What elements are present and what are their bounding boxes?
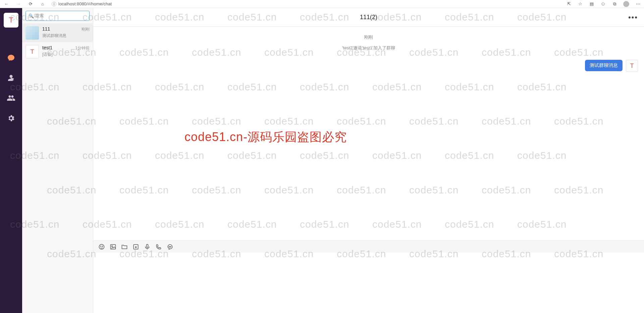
chat-time-divider: 刚刚: [99, 34, 638, 40]
search-icon: 🔍: [29, 13, 34, 18]
sidebar-avatar[interactable]: T: [4, 13, 18, 28]
browser-toolbar: ← → ⟳ ⌂ i localhost:8080/#/home/chat ⇱ ☆…: [0, 0, 644, 8]
conversation-item[interactable]: 111 刚刚 测试群聊消息: [22, 24, 93, 42]
conversation-time: 刚刚: [82, 27, 90, 32]
conversation-time: 1分钟前: [75, 45, 90, 51]
sidebar-avatar-letter: T: [9, 16, 13, 25]
back-button[interactable]: ←: [3, 1, 9, 6]
svg-point-9: [171, 247, 171, 247]
svg-point-8: [170, 247, 170, 247]
svg-rect-6: [147, 244, 148, 247]
search-input[interactable]: 🔍 搜索: [25, 11, 90, 21]
chat-pane: 111(2) ••• 刚刚 'test2'邀请'test1'加入了群聊 测试群聊…: [93, 8, 644, 313]
svg-point-1: [101, 246, 101, 247]
chat-header: 111(2) •••: [93, 8, 644, 27]
conversation-list-pane: 🔍 搜索 111 刚刚 测试群聊消息 T test1 1分钟前: [22, 8, 93, 313]
folder-icon: [121, 243, 128, 250]
performance-icon[interactable]: ⦵: [600, 1, 606, 7]
forward-button[interactable]: →: [15, 1, 21, 6]
svg-point-0: [99, 244, 104, 249]
voice-button[interactable]: [144, 243, 151, 251]
chat-input-area[interactable]: [93, 253, 644, 313]
contact-icon: [7, 74, 15, 82]
conversation-name: 111: [42, 26, 50, 32]
chat-input-toolbar: [93, 240, 644, 253]
refresh-button[interactable]: ⟳: [28, 1, 34, 6]
extensions-icon[interactable]: ▤: [589, 1, 594, 6]
emoji-button[interactable]: [98, 243, 105, 251]
site-info-icon[interactable]: i: [52, 2, 56, 6]
conversation-name: test1: [42, 45, 52, 50]
home-button[interactable]: ⌂: [40, 1, 46, 6]
search-placeholder: 搜索: [35, 13, 44, 19]
message-row-outgoing: 测试群聊消息 T: [99, 60, 638, 72]
message-avatar-letter: T: [630, 62, 634, 70]
address-bar[interactable]: i localhost:8080/#/home/chat: [52, 1, 560, 6]
call-button[interactable]: [155, 243, 162, 251]
tab-search-icon[interactable]: ⇱: [566, 1, 572, 6]
image-button[interactable]: [109, 243, 117, 251]
url-text: localhost:8080/#/home/chat: [58, 1, 112, 6]
message-bubble: 测试群聊消息: [585, 60, 623, 71]
emoji-icon: [98, 243, 105, 250]
message-avatar[interactable]: T: [626, 60, 638, 72]
menu-icon[interactable]: ⋯: [635, 1, 641, 6]
folder-button[interactable]: [121, 243, 128, 251]
send-file-icon: [132, 243, 139, 250]
svg-point-4: [112, 245, 113, 247]
conversation-avatar-user: T: [25, 45, 39, 58]
svg-point-2: [102, 246, 103, 247]
sidebar-nav: T: [0, 8, 22, 313]
favorites-icon[interactable]: ☆: [578, 1, 583, 6]
nav-groups[interactable]: [6, 93, 16, 103]
phone-icon: [155, 243, 162, 250]
collections-icon[interactable]: ⧉: [612, 1, 617, 7]
more-button[interactable]: [166, 243, 174, 251]
conversation-item[interactable]: T test1 1分钟前 [语音]: [22, 42, 93, 61]
image-icon: [110, 243, 116, 250]
microphone-icon: [144, 243, 151, 250]
group-icon: [7, 94, 15, 102]
chat-body: 刚刚 'test2'邀请'test1'加入了群聊 测试群聊消息 T: [93, 27, 644, 240]
conversation-avatar-group: [25, 26, 39, 40]
chat-system-message: 'test2'邀请'test1'加入了群聊: [99, 45, 638, 51]
chat-title: 111(2): [360, 14, 377, 21]
chat-more-button[interactable]: •••: [628, 13, 638, 22]
gear-icon: [7, 114, 15, 122]
conversation-preview: [语音]: [42, 52, 90, 57]
nav-settings[interactable]: [6, 113, 16, 124]
chat-icon: [7, 54, 15, 62]
more-icon: [167, 243, 173, 250]
nav-contacts[interactable]: [6, 73, 16, 83]
nav-chat[interactable]: [6, 52, 16, 63]
conversation-avatar-letter: T: [31, 48, 34, 55]
send-file-button[interactable]: [132, 243, 140, 251]
conversation-preview: 测试群聊消息: [42, 33, 90, 39]
profile-icon[interactable]: [623, 1, 629, 7]
svg-point-7: [169, 247, 170, 247]
